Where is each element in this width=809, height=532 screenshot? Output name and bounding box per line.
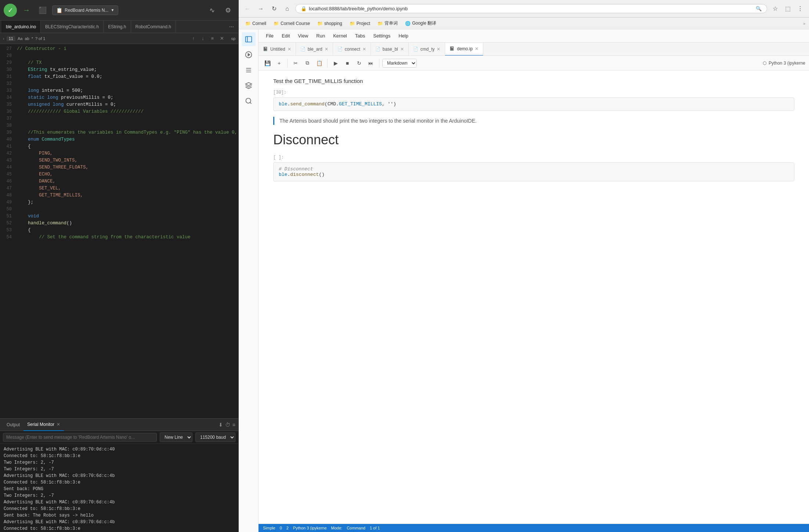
restart-button[interactable]: ↻ xyxy=(354,58,364,68)
board-manager-button[interactable]: ⚙ xyxy=(221,4,235,17)
collapse-icon[interactable]: ⬇ xyxy=(218,422,223,428)
debug-button[interactable]: ⬛ xyxy=(36,4,49,17)
bookmark-cornell-course[interactable]: 📁 Cornell Course xyxy=(271,20,313,27)
code-cell-30[interactable]: ble.send_command(CMD.GET_TIME_MILLIS, ''… xyxy=(273,97,794,111)
folder-icon: 📁 xyxy=(350,21,355,26)
tab-close[interactable]: ✕ xyxy=(400,47,404,52)
notebook-icon: 📄 xyxy=(375,47,380,51)
sidebar-icon-running[interactable] xyxy=(242,48,256,62)
tab-ble-ard[interactable]: 📄 ble_ard ✕ xyxy=(296,43,333,56)
sidebar-icon-commands[interactable] xyxy=(242,63,256,77)
browser-home-button[interactable]: ⌂ xyxy=(282,4,292,14)
menu-view[interactable]: View xyxy=(294,32,312,40)
code-line: 28 xyxy=(0,53,238,59)
tab-blec-string[interactable]: BLECStringCharacteristic.h xyxy=(41,21,104,33)
bookmark-button[interactable]: ☆ xyxy=(770,4,780,14)
bookmark-vocabulary[interactable]: 📁 背单词 xyxy=(375,19,401,27)
toolbar-divider xyxy=(287,59,288,68)
search-icons: ↑ ↓ ≡ ✕ xyxy=(189,35,226,43)
line-ending-select[interactable]: New Line xyxy=(160,433,192,442)
serial-line: Sent back: The Robot says -> hello xyxy=(4,512,235,519)
notebook-icon: 📓 xyxy=(449,46,455,51)
serial-monitor-close[interactable]: ✕ xyxy=(57,422,60,427)
copy-button[interactable]: ⧉ xyxy=(302,58,313,68)
serial-monitor-tab[interactable]: Serial Monitor ✕ xyxy=(24,419,64,431)
search-close-icon[interactable]: ✕ xyxy=(218,35,226,43)
tab-demo[interactable]: 📓 demo.ip ✕ xyxy=(445,43,483,56)
output-tab[interactable]: Output xyxy=(3,419,24,431)
search-arrow: › xyxy=(3,36,4,41)
extension-button[interactable]: ⬚ xyxy=(783,4,793,14)
clock-icon[interactable]: ⏱ xyxy=(225,422,230,428)
sidebar-icon-extensions[interactable] xyxy=(242,79,256,93)
search-menu-icon[interactable]: ≡ xyxy=(208,35,216,43)
code-cell-disconnect[interactable]: # Disconnect ble.disconnect() xyxy=(273,162,794,181)
menu-tabs[interactable]: Tabs xyxy=(351,32,369,40)
menu-help[interactable]: Help xyxy=(395,32,412,40)
browser-menu-button[interactable]: ⋮ xyxy=(795,4,805,14)
translate-icon: 🌐 xyxy=(405,21,411,26)
verify-button[interactable]: ✓ xyxy=(4,4,17,17)
code-line: 31 float tx_float_value = 0.0; xyxy=(0,73,238,80)
notebook-icon: 📄 xyxy=(413,47,418,51)
browser-back-button[interactable]: ← xyxy=(242,4,253,14)
code-line: 33 long interval = 500; xyxy=(0,87,238,94)
baud-rate-select[interactable]: 115200 baud xyxy=(195,433,235,442)
tab-cmd-ty[interactable]: 📄 cmd_ty ✕ xyxy=(409,43,445,56)
tabs-more-button[interactable]: ⋯ xyxy=(226,24,237,29)
bookmarks-more-button[interactable]: » xyxy=(803,21,805,26)
tab-close[interactable]: ✕ xyxy=(475,46,478,51)
stop-button[interactable]: ■ xyxy=(342,58,353,68)
search-up-icon[interactable]: ↑ xyxy=(189,35,197,43)
save-button[interactable]: 💾 xyxy=(262,58,272,68)
menu-icon[interactable]: ≡ xyxy=(232,422,235,428)
cell-type-select[interactable]: Markdown xyxy=(382,59,417,68)
bookmark-project[interactable]: 📁 Project xyxy=(347,20,373,27)
bookmark-google-translate[interactable]: 🌐 Google 翻译 xyxy=(402,19,439,27)
code-line: 48 GET_TIME_MILLIS, xyxy=(0,192,238,199)
serial-plotter-button[interactable]: ∿ xyxy=(205,4,218,17)
tab-label: cmd_ty xyxy=(420,47,435,52)
file-tabs: ble_arduino.ino BLECStringCharacteristic… xyxy=(0,21,238,33)
restart-run-all-button[interactable]: ⏭ xyxy=(366,58,376,68)
bookmark-cornell[interactable]: 📁 Cornell xyxy=(242,20,269,27)
code-editor[interactable]: 27 // Constructor - i 28 29 // TX 30 ESt… xyxy=(0,44,238,418)
run-button[interactable]: ▶ xyxy=(331,58,341,68)
tab-close[interactable]: ✕ xyxy=(288,47,291,52)
menu-file[interactable]: File xyxy=(262,32,277,40)
tab-close[interactable]: ✕ xyxy=(325,47,328,52)
sidebar-icon-search[interactable] xyxy=(242,94,256,108)
tab-close[interactable]: ✕ xyxy=(362,47,366,52)
menu-settings[interactable]: Settings xyxy=(369,32,394,40)
menu-edit[interactable]: Edit xyxy=(278,32,293,40)
bookmarks-bar: 📁 Cornell 📁 Cornell Course 📁 shopping 📁 … xyxy=(239,18,809,29)
tab-close[interactable]: ✕ xyxy=(437,47,440,52)
tab-untitled[interactable]: 📓 Untitled ✕ xyxy=(259,43,296,56)
serial-line: Two Integers: 2, -7 xyxy=(4,492,235,499)
code-line: 40 enum CommandTypes xyxy=(0,136,238,143)
menu-run[interactable]: Run xyxy=(313,32,329,40)
add-cell-button[interactable]: + xyxy=(274,58,284,68)
browser-reload-button[interactable]: ↻ xyxy=(269,4,279,14)
tab-ble-arduino[interactable]: ble_arduino.ino xyxy=(1,21,41,33)
notebook-icon: 📄 xyxy=(337,47,343,51)
lock-icon: 🔒 xyxy=(301,6,307,11)
code-line: 34 static long previousMillis = 0; xyxy=(0,94,238,101)
menu-kernel[interactable]: Kernel xyxy=(329,32,351,40)
code-line: 36 //////////// Global Variables ///////… xyxy=(0,108,238,115)
upload-button[interactable]: → xyxy=(20,4,33,17)
browser-forward-button[interactable]: → xyxy=(256,4,266,14)
board-selector[interactable]: 📋 RedBoard Artemis N... ▼ xyxy=(52,6,118,15)
tab-estring[interactable]: EString.h xyxy=(104,21,131,33)
bottom-icons: ⬇ ⏱ ≡ xyxy=(218,422,235,428)
tab-connect[interactable]: 📄 connect ✕ xyxy=(333,43,371,56)
sidebar-icon-filebrowser[interactable] xyxy=(242,32,256,46)
paste-button[interactable]: 📋 xyxy=(314,58,324,68)
tab-robot-command[interactable]: RobotCommand.h xyxy=(131,21,176,33)
cut-button[interactable]: ✂ xyxy=(290,58,301,68)
browser-url-bar[interactable]: 🔒 localhost:8888/lab/tree/ble_python/dem… xyxy=(295,4,767,13)
bookmark-shopping[interactable]: 📁 shopping xyxy=(314,20,345,27)
tab-base-bl[interactable]: 📄 base_bl ✕ xyxy=(371,43,409,56)
search-down-icon[interactable]: ↓ xyxy=(199,35,207,43)
serial-message-input[interactable] xyxy=(3,433,157,442)
